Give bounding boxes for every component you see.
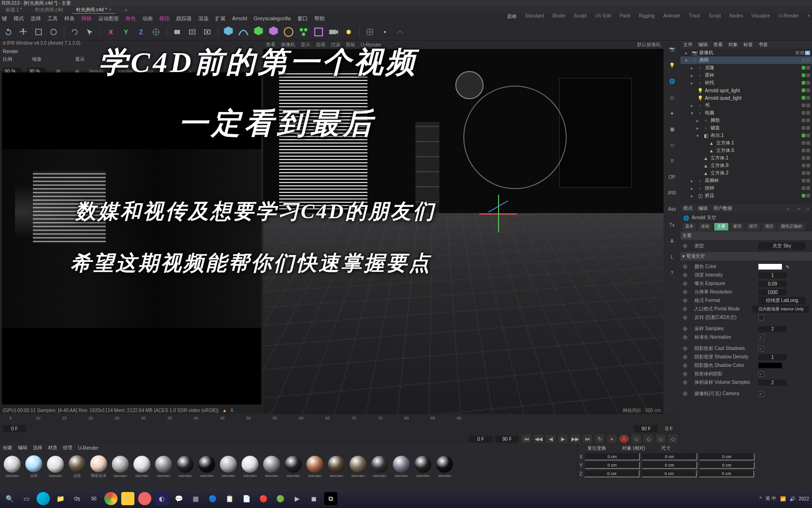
attr-subtab[interactable]: 项目: [762, 223, 776, 230]
om-item[interactable]: ▲ 立方体.6: [680, 147, 812, 154]
om-item[interactable]: ▸ ▫ 书: [680, 102, 812, 109]
material-item[interactable]: standan: [261, 456, 282, 478]
rotation-gizmo[interactable]: [463, 86, 567, 189]
sidebar-ass[interactable]: Ass: [665, 202, 679, 215]
file-tab[interactable]: 时光房间.c4d: [31, 7, 67, 13]
record-icon[interactable]: ●: [607, 435, 617, 443]
task-view-icon[interactable]: ▭: [20, 492, 33, 505]
layout-tab[interactable]: Nodes: [729, 13, 743, 20]
attr-subtab[interactable]: 雾球: [730, 223, 744, 230]
attr-normalize-check[interactable]: [758, 334, 764, 340]
tray-volume-icon[interactable]: 🔊: [789, 496, 795, 501]
om-item[interactable]: ▸ 📷 摄像机 A: [680, 49, 812, 56]
sidebar-globe-icon[interactable]: 🌐: [665, 74, 679, 87]
tray-chevron-icon[interactable]: ^: [759, 496, 762, 501]
mat-tab[interactable]: 创建: [3, 444, 12, 451]
workplane-icon[interactable]: [393, 25, 406, 39]
attr-intensity-value[interactable]: 1: [758, 272, 787, 278]
generator-icon[interactable]: [252, 25, 265, 39]
prev-key-icon[interactable]: ◀◀: [534, 435, 543, 443]
menu-item[interactable]: 窗口: [297, 15, 308, 22]
app-icon[interactable]: 🟢: [273, 492, 287, 505]
menu-item[interactable]: 选择: [31, 15, 41, 22]
axis-z-toggle[interactable]: Z: [134, 25, 148, 39]
render-region-icon[interactable]: [186, 25, 199, 39]
om-tab[interactable]: 书签: [758, 41, 768, 48]
material-item[interactable]: standan: [283, 456, 304, 478]
om-item[interactable]: ▾ ◧ 布尔.1: [680, 132, 812, 139]
material-item[interactable]: standan: [434, 456, 455, 478]
axis-gizmo[interactable]: [479, 195, 517, 232]
eyedropper-icon[interactable]: ✎: [786, 264, 789, 270]
sidebar-help-icon[interactable]: ?: [665, 266, 679, 279]
wechat-icon[interactable]: 💬: [172, 492, 185, 505]
sidebar-dots-icon[interactable]: ⠿: [665, 154, 679, 167]
material-item[interactable]: 陶瓷光泽: [88, 455, 109, 478]
undo-icon[interactable]: [2, 25, 15, 39]
material-item[interactable]: standan: [304, 456, 325, 478]
menu-item[interactable]: 网格: [81, 15, 92, 22]
om-item[interactable]: 💡 Arnold spot_light: [680, 87, 812, 94]
timeline-start-input[interactable]: [3, 425, 26, 432]
om-item[interactable]: ▸ ▫ 茶杯: [680, 71, 812, 79]
sidebar-ipr[interactable]: IPR: [665, 186, 679, 199]
sidebar-camera-icon[interactable]: 📷: [665, 42, 679, 56]
grid-icon[interactable]: [363, 25, 376, 39]
edge-icon[interactable]: [37, 492, 50, 505]
coord-z-pos[interactable]: [584, 470, 640, 477]
om-item[interactable]: ▸ ▫ 克隆: [680, 64, 812, 71]
play-back-icon[interactable]: ◀: [546, 435, 555, 443]
store-icon[interactable]: 🛍: [70, 492, 84, 505]
app-icon[interactable]: ▦: [189, 492, 202, 505]
attr-subtab[interactable]: 坐标: [698, 223, 712, 230]
app-icon[interactable]: 🔴: [257, 492, 270, 505]
ipr-render-menu[interactable]: Render: [3, 49, 18, 54]
coord-x-pos[interactable]: [585, 453, 640, 460]
object-manager[interactable]: ▸ 📷 摄像机 A ▾ ▫ 房间 ▸ ▫ 克隆 ▸ ▫ 茶杯 ▸ ▫ 杯托 💡 …: [680, 49, 812, 204]
material-item[interactable]: standan: [326, 456, 347, 478]
sidebar-rect-icon[interactable]: ▭: [665, 138, 679, 151]
coord-z-size[interactable]: [641, 470, 697, 477]
mat-tab[interactable]: 选择: [33, 444, 42, 451]
app-icon[interactable]: ◼: [307, 492, 320, 505]
om-item[interactable]: ▸ ▫ 高脚杯: [680, 177, 812, 184]
om-item[interactable]: 💡 Arnold quad_light: [680, 94, 812, 102]
cube-primitive-icon[interactable]: [222, 25, 235, 39]
key-param-icon[interactable]: ◇: [668, 435, 678, 443]
material-item[interactable]: standan: [218, 456, 239, 478]
vp-menu-item[interactable]: U-Render: [361, 42, 381, 48]
spline-primitive-icon[interactable]: [237, 25, 250, 39]
loop-icon[interactable]: ↻: [595, 435, 604, 443]
mat-tab[interactable]: 编辑: [18, 444, 27, 451]
key-rot-icon[interactable]: ◇: [656, 435, 665, 443]
app-icon[interactable]: 📄: [240, 492, 253, 505]
vp-menu-item[interactable]: 显示: [301, 41, 310, 48]
search-icon[interactable]: 🔍: [3, 492, 16, 505]
attr-tab[interactable]: 用户数据: [713, 205, 732, 212]
layout-tab[interactable]: Animate: [663, 13, 680, 20]
tray-ime[interactable]: 英 中: [765, 495, 776, 502]
layout-tab[interactable]: Model: [552, 13, 565, 20]
material-item[interactable]: 水杯: [23, 455, 44, 478]
render-icon[interactable]: [171, 25, 184, 39]
close-tab-icon[interactable]: ×: [109, 7, 112, 12]
layout-tab[interactable]: Visualize: [751, 13, 770, 20]
om-item[interactable]: ▲ 立方体.1: [680, 139, 812, 147]
layout-tab[interactable]: UV Edit: [595, 13, 611, 20]
om-tab[interactable]: 编辑: [698, 41, 708, 48]
chrome-icon[interactable]: [104, 492, 117, 505]
attr-subtab[interactable]: 基本: [682, 223, 696, 230]
attr-samples-value[interactable]: 2: [758, 326, 787, 332]
layout-tab[interactable]: 启动: [507, 13, 516, 20]
vp-menu-item[interactable]: 查看: [266, 41, 275, 48]
timeline-current-input[interactable]: [469, 436, 492, 443]
sidebar-op[interactable]: OP: [665, 170, 679, 183]
key-scale-icon[interactable]: ◇: [644, 435, 653, 443]
app-icon[interactable]: 📋: [223, 492, 236, 505]
coord-x-size[interactable]: [642, 453, 697, 460]
axis-x-toggle[interactable]: X: [104, 25, 117, 39]
menu-item[interactable]: Greyscalegorilla: [254, 16, 291, 21]
app-icon[interactable]: 🔵: [206, 492, 219, 505]
app-icon[interactable]: [138, 492, 151, 505]
om-item[interactable]: ▸ ▫ 键盘: [680, 124, 812, 132]
